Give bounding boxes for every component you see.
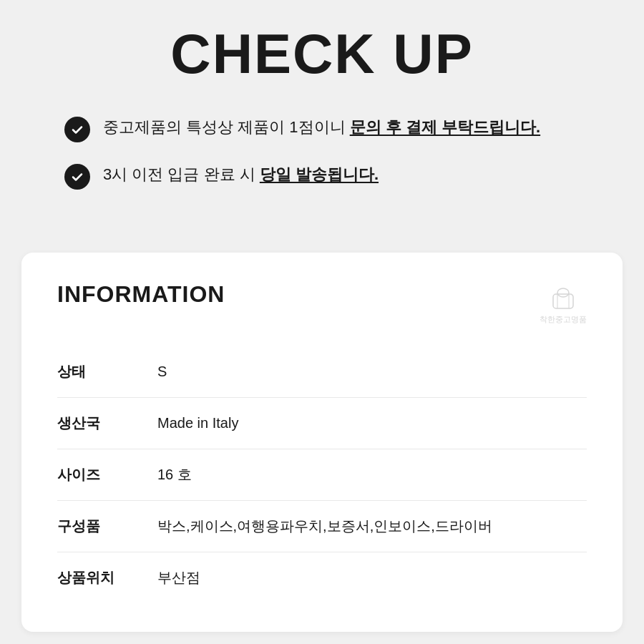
checklist-text-2: 3시 이전 입금 완료 시 당일 발송됩니다. bbox=[103, 162, 379, 186]
checklist-item-1: 중고제품의 특성상 제품이 1점이니 문의 후 결제 부탁드립니다. bbox=[64, 115, 580, 142]
checklist-item-2: 3시 이전 입금 완료 시 당일 발송됩니다. bbox=[64, 162, 580, 190]
table-label-1: 생산국 bbox=[57, 398, 157, 449]
table-row: 구성품박스,케이스,여행용파우치,보증서,인보이스,드라이버 bbox=[57, 501, 587, 552]
table-row: 상태S bbox=[57, 346, 587, 398]
table-label-4: 상품위치 bbox=[57, 552, 157, 604]
table-row: 상품위치부산점 bbox=[57, 552, 587, 604]
table-value-3: 박스,케이스,여행용파우치,보증서,인보이스,드라이버 bbox=[157, 501, 587, 552]
check-icon-1 bbox=[64, 117, 90, 142]
table-label-2: 사이즈 bbox=[57, 449, 157, 501]
table-value-1: Made in Italy bbox=[157, 398, 587, 449]
watermark: 착한중고명품 bbox=[540, 281, 587, 325]
info-card: INFORMATION 착한중고명품 상태S생산국Made in Italy사이… bbox=[21, 253, 623, 632]
table-row: 사이즈16 호 bbox=[57, 449, 587, 501]
table-value-4: 부산점 bbox=[157, 552, 587, 604]
watermark-text: 착한중고명품 bbox=[540, 314, 587, 325]
info-section: INFORMATION 착한중고명품 상태S생산국Made in Italy사이… bbox=[0, 238, 644, 644]
info-table: 상태S생산국Made in Italy사이즈16 호구성품박스,케이스,여행용파… bbox=[57, 346, 587, 603]
checklist: 중고제품의 특성상 제품이 1점이니 문의 후 결제 부탁드립니다. 3시 이전… bbox=[43, 115, 601, 190]
info-title: INFORMATION bbox=[57, 281, 225, 308]
table-value-0: S bbox=[157, 346, 587, 398]
watermark-icon bbox=[547, 281, 579, 313]
table-row: 생산국Made in Italy bbox=[57, 398, 587, 449]
page-wrapper: CHECK UP 중고제품의 특성상 제품이 1점이니 문의 후 결제 부탁드립… bbox=[0, 0, 644, 644]
info-card-header: INFORMATION 착한중고명품 bbox=[57, 281, 587, 325]
svg-rect-1 bbox=[553, 294, 573, 308]
table-value-2: 16 호 bbox=[157, 449, 587, 501]
check-icon-2 bbox=[64, 164, 90, 190]
page-title: CHECK UP bbox=[43, 21, 601, 87]
table-label-0: 상태 bbox=[57, 346, 157, 398]
header-section: CHECK UP 중고제품의 특성상 제품이 1점이니 문의 후 결제 부탁드립… bbox=[0, 0, 644, 238]
checklist-text-1: 중고제품의 특성상 제품이 1점이니 문의 후 결제 부탁드립니다. bbox=[103, 115, 540, 139]
highlight-1: 문의 후 결제 부탁드립니다. bbox=[350, 118, 540, 136]
highlight-2: 당일 발송됩니다. bbox=[260, 165, 379, 183]
svg-point-0 bbox=[557, 288, 569, 297]
table-label-3: 구성품 bbox=[57, 501, 157, 552]
